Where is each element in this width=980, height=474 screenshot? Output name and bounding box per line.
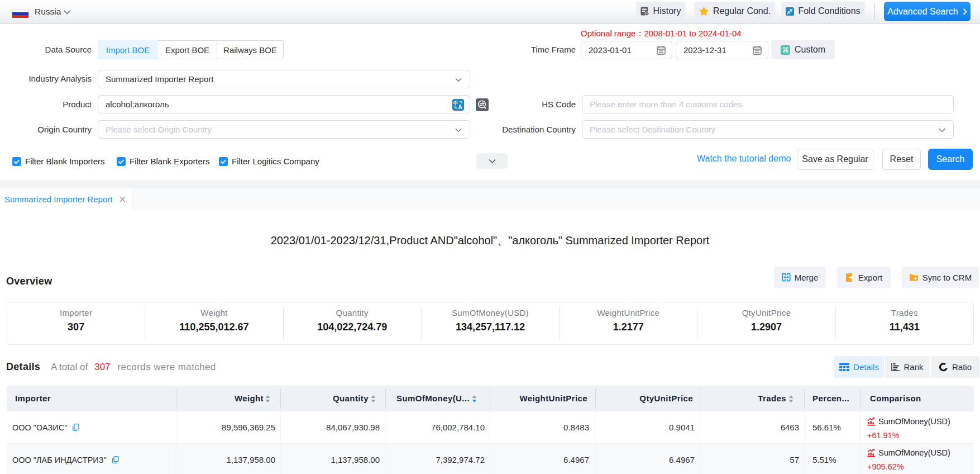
svg-text:中: 中 <box>453 100 458 106</box>
svg-text:A: A <box>458 104 462 110</box>
